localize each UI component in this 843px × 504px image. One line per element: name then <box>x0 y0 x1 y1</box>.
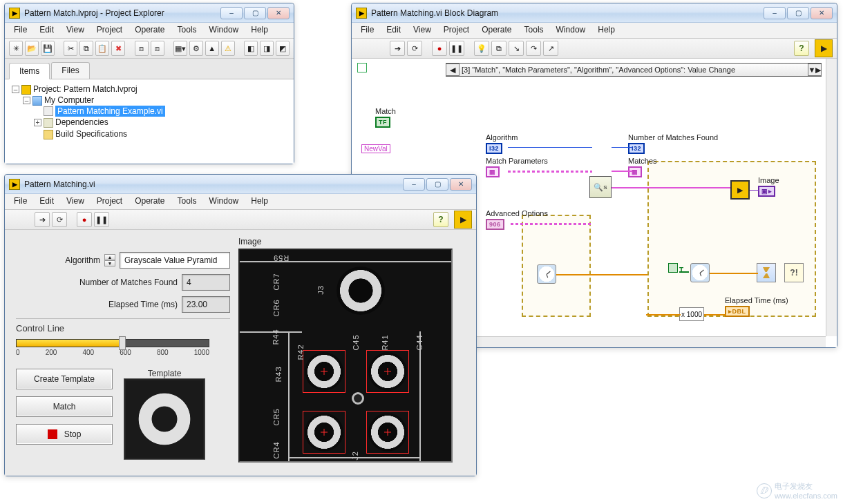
event-case-selector[interactable]: ◀ ▼▶ [3] "Match", "Match Parameters", "A… <box>446 63 822 77</box>
menu-file[interactable]: File <box>8 23 33 38</box>
abort-button[interactable]: ● <box>77 212 92 227</box>
tree-deps[interactable]: +Dependencies <box>34 117 290 128</box>
wait-node[interactable] <box>757 263 776 282</box>
menu-help[interactable]: Help <box>245 194 274 209</box>
toolbar-icon-i[interactable]: ◩ <box>276 41 290 56</box>
menu-view[interactable]: View <box>60 23 91 38</box>
node-num-matches[interactable]: Number of Matches Found I32 <box>628 133 718 154</box>
chevron-down-icon[interactable]: ▼ <box>104 260 115 266</box>
stop-button[interactable]: Stop <box>16 424 113 445</box>
algorithm-value[interactable]: Grayscale Value Pyramid <box>120 252 230 269</box>
node-match[interactable]: Match TF <box>375 107 396 128</box>
menu-edit[interactable]: Edit <box>33 23 60 38</box>
node-newval[interactable]: NewVal <box>361 144 390 153</box>
multiply-node[interactable]: x 1000 <box>679 307 704 321</box>
menu-operate[interactable]: Operate <box>129 23 171 38</box>
maximize-button[interactable]: ▢ <box>244 7 266 19</box>
node-algorithm[interactable]: Algorithm I32 <box>486 133 518 154</box>
pause-button[interactable]: ❚❚ <box>94 212 109 227</box>
slider-thumb[interactable] <box>119 336 126 350</box>
run-cont-button[interactable]: ⟳ <box>52 212 67 227</box>
explorer-titlebar[interactable]: ▶ Pattern Match.lvproj - Project Explore… <box>5 3 294 23</box>
overlay-subvi[interactable]: ▶ <box>730 180 750 200</box>
step-into-icon[interactable]: ↘ <box>509 41 524 56</box>
menu-project[interactable]: Project <box>437 23 475 38</box>
vi-icon-button[interactable]: ▶ <box>815 39 833 57</box>
tree-build[interactable]: Build Specifications <box>34 128 290 140</box>
minimize-button[interactable]: – <box>220 7 243 19</box>
tab-files[interactable]: Files <box>51 62 89 79</box>
run-button[interactable]: ➔ <box>390 41 405 56</box>
pause-button[interactable]: ❚❚ <box>449 41 464 56</box>
create-template-button[interactable]: Create Template <box>16 369 113 389</box>
step-over-icon[interactable]: ↷ <box>526 41 541 56</box>
copy-icon[interactable]: ⧉ <box>79 41 93 56</box>
toolbar-icon-d[interactable]: ⚙ <box>189 41 203 56</box>
tick-count-end[interactable] <box>690 263 710 282</box>
next-case-arrow-icon[interactable]: ▼▶ <box>808 64 822 76</box>
toolbar-icon-f[interactable]: ⚠ <box>221 41 235 56</box>
menu-operate[interactable]: Operate <box>475 23 518 38</box>
toolbar-icon-b[interactable]: ⧈ <box>151 41 164 56</box>
context-help-icon[interactable]: ? <box>433 212 448 227</box>
minimize-button[interactable]: – <box>403 178 425 191</box>
menu-edit[interactable]: Edit <box>33 194 60 209</box>
chevron-up-icon[interactable]: ▲ <box>104 254 115 260</box>
step-out-icon[interactable]: ↗ <box>543 41 558 56</box>
run-cont-button[interactable]: ⟳ <box>407 41 422 56</box>
menu-window[interactable]: Window <box>203 194 245 209</box>
cut-icon[interactable]: ✂ <box>64 41 77 56</box>
minimize-button[interactable]: – <box>764 7 786 19</box>
toolbar-icon-c[interactable]: ▦▾ <box>173 41 187 56</box>
menu-file[interactable]: File <box>8 194 33 209</box>
menu-tools[interactable]: Tools <box>518 23 550 38</box>
delete-icon[interactable]: ✖ <box>111 41 125 56</box>
abort-button[interactable]: ● <box>432 41 447 56</box>
close-button[interactable]: ✕ <box>450 178 472 191</box>
tree-computer[interactable]: –My Computer Pattern Matching Example.vi… <box>23 95 290 141</box>
vi-icon-button[interactable]: ▶ <box>454 211 472 229</box>
save-icon[interactable]: 💾 <box>41 41 55 56</box>
close-button[interactable]: ✕ <box>811 7 833 19</box>
node-match-params[interactable]: Match Parameters ▦ <box>486 157 548 177</box>
bd-titlebar[interactable]: ▶ Pattern Matching.vi Block Diagram – ▢ … <box>352 3 837 23</box>
run-button[interactable]: ➔ <box>35 212 50 227</box>
node-matches[interactable]: Matches ▦ <box>628 157 657 177</box>
context-help-icon[interactable]: ? <box>794 41 809 56</box>
maximize-button[interactable]: ▢ <box>787 7 809 19</box>
node-image[interactable]: Image ▣▸ <box>758 176 779 197</box>
menu-view[interactable]: View <box>407 23 437 38</box>
menu-help[interactable]: Help <box>591 23 621 38</box>
toolbar-icon-h[interactable]: ◨ <box>260 41 274 56</box>
toolbar-icon-e[interactable]: ▲ <box>205 41 219 56</box>
menu-project[interactable]: Project <box>91 23 129 38</box>
menu-edit[interactable]: Edit <box>380 23 407 38</box>
control-line-slider[interactable] <box>16 339 209 347</box>
menu-project[interactable]: Project <box>91 194 129 209</box>
fp-titlebar[interactable]: ▶ Pattern Matching.vi – ▢ ✕ <box>5 175 476 194</box>
node-elapsed[interactable]: Elapsed Time (ms) ▸DBL <box>725 296 788 317</box>
menu-tools[interactable]: Tools <box>171 23 203 38</box>
node-adv-options[interactable]: Advanced Options 906 <box>486 209 548 230</box>
toolbar-icon-a[interactable]: ⧈ <box>135 41 149 56</box>
tree-vi[interactable]: Pattern Matching Example.vi <box>34 106 290 117</box>
menu-view[interactable]: View <box>60 194 91 209</box>
highlight-exec-icon[interactable]: 💡 <box>474 41 489 56</box>
menu-window[interactable]: Window <box>203 23 245 38</box>
project-tree[interactable]: –Project: Pattern Match.lvproj –My Compu… <box>5 79 294 164</box>
match-button[interactable]: Match <box>16 396 113 417</box>
new-icon[interactable]: ✳ <box>9 41 23 56</box>
search-subvi[interactable]: 🔍S <box>589 176 612 198</box>
paste-icon[interactable]: 📋 <box>95 41 109 56</box>
prev-case-arrow-icon[interactable]: ◀ <box>446 64 460 76</box>
menu-file[interactable]: File <box>354 23 380 38</box>
menu-help[interactable]: Help <box>245 23 274 38</box>
menu-tools[interactable]: Tools <box>171 194 203 209</box>
algorithm-spinner[interactable]: ▲▼ <box>104 254 115 266</box>
menu-operate[interactable]: Operate <box>129 194 171 209</box>
vertical-scrollbar[interactable] <box>826 59 837 336</box>
toolbar-icon-g[interactable]: ◧ <box>244 41 258 56</box>
tree-root[interactable]: –Project: Pattern Match.lvproj –My Compu… <box>12 84 290 142</box>
tab-items[interactable]: Items <box>9 63 50 79</box>
tick-count-start[interactable] <box>537 264 556 284</box>
